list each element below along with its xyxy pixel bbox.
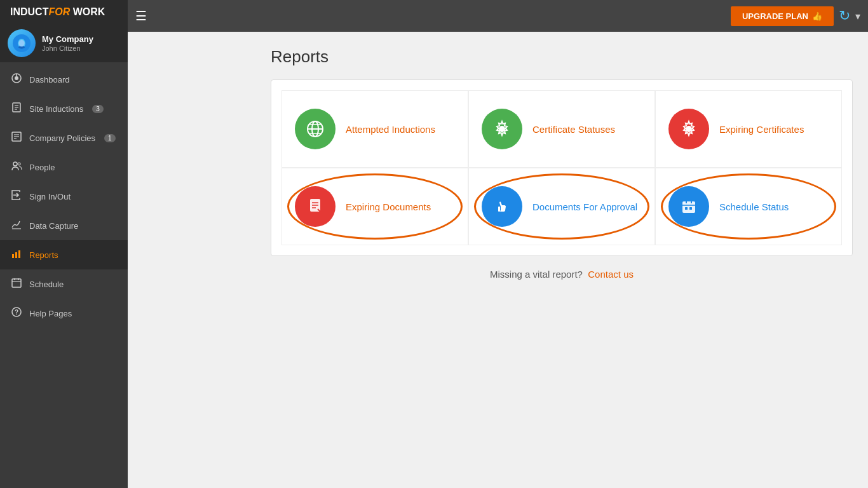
report-card-documents-for-approval[interactable]: Documents For Approval	[468, 168, 655, 245]
report-label-schedule-status: Schedule Status	[719, 201, 789, 212]
svg-rect-16	[15, 252, 17, 258]
report-label-attempted-inductions: Attempted Inductions	[346, 124, 435, 135]
sidebar-nav: Dashboard Site Inductions 3	[0, 65, 128, 328]
svg-point-2	[15, 76, 18, 80]
sidebar-item-data-capture[interactable]: Data Capture	[0, 211, 128, 240]
svg-text:?: ?	[15, 309, 18, 316]
refresh-icon[interactable]: ↻	[839, 8, 850, 24]
sidebar-label-people: People	[29, 163, 55, 172]
sidebar-label-reports: Reports	[29, 250, 58, 260]
hamburger-icon[interactable]: ☰	[135, 8, 147, 24]
sidebar-label-schedule: Schedule	[29, 280, 64, 289]
sidebar-item-dashboard[interactable]: Dashboard	[0, 65, 128, 94]
svg-rect-35	[498, 207, 500, 212]
gear-green-icon	[482, 109, 522, 149]
company-name: My Company	[42, 34, 93, 44]
people-icon	[10, 160, 23, 174]
dropdown-icon[interactable]: ▾	[855, 10, 860, 22]
report-card-attempted-inductions[interactable]: Attempted Inductions	[281, 90, 468, 168]
sidebar-item-site-inductions[interactable]: Site Inductions 3	[0, 94, 128, 123]
missing-report-section: Missing a vital report? Contact us	[271, 269, 853, 280]
upgrade-plan-button[interactable]: UPGRADE PLAN 👍	[731, 6, 834, 26]
report-card-schedule-status[interactable]: Schedule Status	[655, 168, 842, 245]
contact-us-link[interactable]: Contact us	[588, 269, 634, 280]
user-profile-section: My Company John Citizen	[0, 24, 128, 62]
thumbs-up-blue-icon	[482, 186, 522, 227]
upgrade-label: UPGRADE PLAN	[742, 11, 808, 21]
report-label-documents-for-approval: Documents For Approval	[532, 201, 637, 212]
company-policies-badge: 1	[104, 134, 116, 142]
report-card-certificate-statuses[interactable]: Certificate Statuses	[468, 90, 655, 168]
sidebar-label-dashboard: Dashboard	[29, 75, 70, 85]
sidebar-label-company-policies: Company Policies	[29, 133, 95, 143]
gear-red-icon	[668, 109, 709, 149]
reports-icon	[10, 248, 23, 262]
svg-rect-15	[12, 254, 14, 258]
missing-report-text: Missing a vital report?	[490, 269, 583, 280]
report-label-certificate-statuses: Certificate Statuses	[532, 124, 615, 135]
svg-rect-18	[12, 279, 21, 287]
sidebar-item-people[interactable]: People	[0, 152, 128, 182]
svg-rect-36	[682, 201, 695, 213]
site-inductions-icon	[10, 102, 23, 116]
sidebar-item-company-policies[interactable]: Company Policies 1	[0, 123, 128, 152]
sidebar-label-help-pages: Help Pages	[29, 309, 72, 318]
report-label-expiring-certificates: Expiring Certificates	[719, 124, 804, 135]
dashboard-icon	[10, 72, 23, 86]
help-icon: ?	[10, 306, 23, 320]
app-logo: INDUCTFOR WORK	[0, 6, 105, 18]
user-name: John Citizen	[42, 44, 93, 52]
sidebar-item-help-pages[interactable]: ? Help Pages	[0, 299, 128, 328]
sidebar-label-sign-in-out: Sign In/Out	[29, 192, 71, 201]
svg-rect-40	[685, 207, 688, 210]
sidebar-item-sign-in-out[interactable]: Sign In/Out	[0, 182, 128, 211]
document-red-icon	[295, 186, 336, 227]
svg-rect-41	[689, 207, 692, 210]
report-card-expiring-documents[interactable]: Expiring Documents	[281, 168, 468, 245]
report-label-expiring-documents: Expiring Documents	[346, 201, 431, 212]
svg-point-13	[18, 163, 20, 165]
report-card-expiring-certificates[interactable]: Expiring Certificates	[655, 90, 842, 168]
site-inductions-badge: 3	[92, 105, 104, 113]
sign-in-out-icon	[10, 189, 23, 203]
page-title: Reports	[271, 47, 853, 67]
data-capture-icon	[10, 219, 23, 233]
globe-icon	[295, 109, 336, 149]
sidebar-item-schedule[interactable]: Schedule	[0, 269, 128, 299]
sidebar-item-reports[interactable]: Reports	[0, 240, 128, 269]
thumbs-up-icon: 👍	[812, 11, 822, 21]
calendar-blue-icon	[668, 186, 709, 227]
company-policies-icon	[10, 131, 23, 145]
avatar	[8, 29, 36, 57]
sidebar-label-data-capture: Data Capture	[29, 221, 78, 231]
svg-rect-17	[18, 250, 20, 258]
svg-point-12	[13, 162, 17, 166]
reports-container: Attempted Inductions Certificate Statuse…	[271, 79, 853, 256]
sidebar-label-site-inductions: Site Inductions	[29, 104, 83, 114]
schedule-icon	[10, 277, 23, 291]
reports-grid: Attempted Inductions Certificate Statuse…	[281, 90, 842, 245]
